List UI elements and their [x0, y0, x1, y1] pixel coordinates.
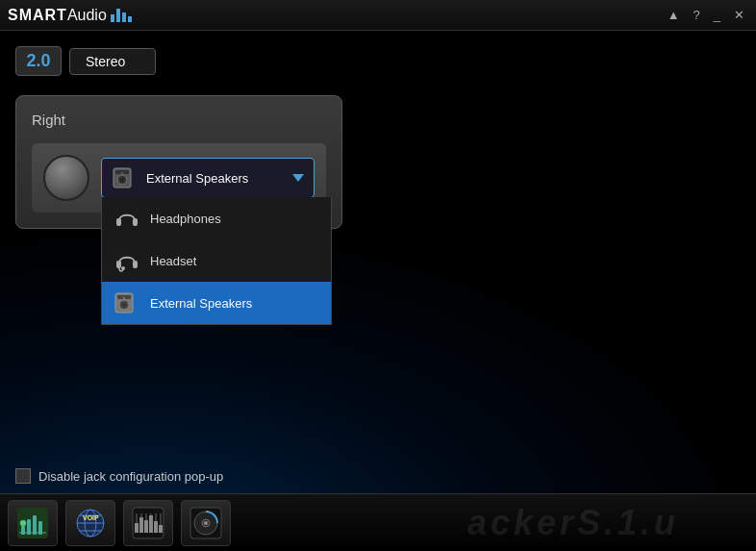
- logo-bar-3: [122, 13, 126, 22]
- channel-panel: Right External Speakers: [15, 95, 342, 229]
- svg-rect-7: [116, 261, 121, 268]
- headphones-label: Headphones: [150, 212, 221, 226]
- svg-point-20: [20, 520, 26, 526]
- svg-point-43: [204, 521, 208, 525]
- close-button[interactable]: ✕: [730, 6, 748, 24]
- speaker-mode-badge: 2.0: [15, 46, 62, 76]
- bottom-bar: Disable jack configuration pop-up: [15, 468, 223, 484]
- dropdown-item-external-speakers[interactable]: External Speakers: [102, 282, 331, 324]
- dropdown-arrow-icon: [292, 174, 304, 182]
- logo-audio: Audio: [67, 7, 107, 24]
- headset-label: Headset: [150, 254, 196, 268]
- channel-label: Right: [32, 112, 326, 128]
- svg-rect-36: [144, 520, 148, 533]
- equalizer-icon: [131, 506, 165, 540]
- window-controls: ▲ ? _ ✕: [664, 6, 748, 24]
- taskbar-item-media[interactable]: [181, 500, 231, 546]
- main-content: 2.0 Stereo Right Exter: [0, 31, 756, 244]
- headset-icon: [113, 247, 140, 274]
- media-icon: [189, 506, 223, 540]
- device-dropdown-label: External Speakers: [146, 171, 281, 186]
- device-dropdown-trigger[interactable]: External Speakers: [101, 158, 315, 198]
- svg-rect-5: [116, 218, 121, 226]
- logo-smart: SMART: [8, 7, 67, 24]
- svg-rect-37: [149, 515, 153, 533]
- minimize-button[interactable]: _: [710, 6, 724, 24]
- external-speakers-dropdown-label: External Speakers: [150, 296, 252, 311]
- svg-rect-8: [133, 261, 138, 268]
- disable-popup-checkbox[interactable]: [15, 468, 31, 484]
- dropdown-item-headphones[interactable]: Headphones: [102, 197, 331, 239]
- device-dropdown-wrapper: External Speakers Headphones: [101, 158, 315, 198]
- mode-selector: 2.0 Stereo: [15, 46, 741, 76]
- audio-mixer-icon: [15, 506, 50, 540]
- svg-rect-35: [139, 517, 143, 533]
- disable-popup-label: Disable jack configuration pop-up: [38, 469, 223, 484]
- svg-rect-39: [159, 525, 163, 533]
- taskbar-item-network[interactable]: VOIP: [65, 500, 115, 546]
- device-dropdown-menu: Headphones Headset: [101, 197, 332, 325]
- taskbar-item-equalizer[interactable]: [123, 500, 173, 546]
- network-icon: VOIP: [73, 506, 108, 540]
- headphones-icon: [113, 205, 140, 232]
- logo-bar-4: [128, 16, 132, 22]
- svg-rect-18: [33, 515, 37, 535]
- taskbar: VOIP ackerS.1.u: [0, 493, 756, 551]
- titlebar: SMARTAudio ▲ ? _ ✕: [0, 0, 756, 31]
- svg-rect-34: [135, 523, 139, 533]
- svg-point-9: [121, 266, 125, 270]
- external-speakers-dropdown-icon: [113, 289, 140, 316]
- logo-bar-1: [111, 14, 114, 22]
- app-logo: SMARTAudio: [8, 7, 132, 24]
- channel-inner: External Speakers Headphones: [32, 143, 326, 213]
- logo-bar-2: [116, 9, 120, 22]
- svg-rect-38: [154, 521, 158, 533]
- help-icon[interactable]: ?: [690, 6, 704, 24]
- svg-rect-6: [133, 218, 138, 226]
- svg-point-4: [121, 172, 123, 174]
- wifi-icon[interactable]: ▲: [664, 6, 684, 24]
- svg-point-12: [122, 303, 126, 307]
- dropdown-item-headset[interactable]: Headset: [102, 239, 331, 282]
- svg-text:VOIP: VOIP: [83, 514, 99, 521]
- watermark-text: ackerS.1.u: [467, 503, 679, 543]
- external-speakers-icon: [112, 164, 139, 191]
- svg-point-2: [120, 178, 124, 182]
- logo-bars-icon: [111, 9, 132, 22]
- speaker-mode-label: Stereo: [69, 48, 156, 75]
- taskbar-item-audio-mixer[interactable]: [8, 500, 58, 546]
- volume-knob[interactable]: [43, 155, 89, 201]
- svg-point-14: [123, 297, 125, 299]
